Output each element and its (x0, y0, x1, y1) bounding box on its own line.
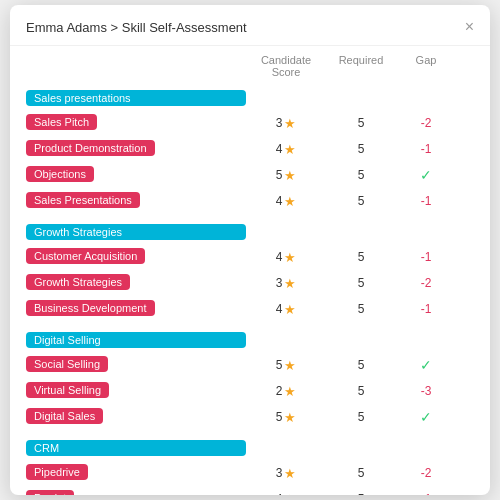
section-crm: CRMPipedrive3★5-2Pardot4★5-1Hubspot CRM5… (26, 432, 474, 495)
skill-row: Social Selling5★5✓ (26, 352, 474, 378)
star-icon: ★ (284, 168, 296, 183)
skill-tag: Objections (26, 166, 94, 182)
section-label-crm: CRM (26, 440, 246, 456)
required-value: 5 (326, 168, 396, 182)
skill-row: Growth Strategies3★5-2 (26, 270, 474, 296)
skill-row: Business Development4★5-1 (26, 296, 474, 322)
candidate-score: 4★ (246, 142, 326, 157)
required-value: 5 (326, 142, 396, 156)
gap-value: -1 (396, 302, 456, 316)
column-headers: Candidate Score Required Gap (26, 46, 474, 82)
required-value: 5 (326, 358, 396, 372)
section-label-row-digital-selling: Digital Selling (26, 324, 474, 352)
skill-tag: Sales Pitch (26, 114, 97, 130)
required-value: 5 (326, 194, 396, 208)
gap-value: ✓ (396, 357, 456, 373)
section-digital-selling: Digital SellingSocial Selling5★5✓Virtual… (26, 324, 474, 430)
required-value: 5 (326, 116, 396, 130)
skill-row: Sales Pitch3★5-2 (26, 110, 474, 136)
sections-container: Sales presentationsSales Pitch3★5-2Produ… (26, 82, 474, 495)
star-icon: ★ (284, 410, 296, 425)
check-icon: ✓ (420, 167, 432, 183)
section-label-row-growth-strategies: Growth Strategies (26, 216, 474, 244)
modal-header: Emma Adams > Skill Self-Assessment × (10, 5, 490, 46)
candidate-score: 3★ (246, 116, 326, 131)
skill-tag: Pardot (26, 490, 74, 496)
skill-tag: Customer Acquisition (26, 248, 145, 264)
required-value: 5 (326, 492, 396, 495)
candidate-score: 3★ (246, 276, 326, 291)
modal: Emma Adams > Skill Self-Assessment × Can… (10, 5, 490, 495)
check-icon: ✓ (420, 357, 432, 373)
close-button[interactable]: × (465, 19, 474, 35)
candidate-score: 4★ (246, 194, 326, 209)
skill-tag: Product Demonstration (26, 140, 155, 156)
section-label-sales-presentations: Sales presentations (26, 90, 246, 106)
gap-value: -2 (396, 116, 456, 130)
star-icon: ★ (284, 142, 296, 157)
modal-body: Candidate Score Required Gap Sales prese… (10, 46, 490, 495)
gap-value: -1 (396, 142, 456, 156)
col-gap: Gap (396, 54, 456, 78)
candidate-score: 5★ (246, 358, 326, 373)
gap-value: -2 (396, 276, 456, 290)
required-value: 5 (326, 276, 396, 290)
star-icon: ★ (284, 276, 296, 291)
candidate-score: 4★ (246, 250, 326, 265)
candidate-score: 5★ (246, 168, 326, 183)
gap-value: ✓ (396, 167, 456, 183)
star-icon: ★ (284, 384, 296, 399)
skill-tag: Social Selling (26, 356, 108, 372)
skill-row: Sales Presentations4★5-1 (26, 188, 474, 214)
skill-row: Virtual Selling2★5-3 (26, 378, 474, 404)
candidate-score: 4★ (246, 492, 326, 496)
candidate-score: 5★ (246, 410, 326, 425)
star-icon: ★ (284, 116, 296, 131)
required-value: 5 (326, 250, 396, 264)
gap-value: ✓ (396, 409, 456, 425)
skill-row: Pipedrive3★5-2 (26, 460, 474, 486)
skill-tag: Sales Presentations (26, 192, 140, 208)
col-skill (26, 54, 246, 78)
skill-tag: Pipedrive (26, 464, 88, 480)
section-label-row-sales-presentations: Sales presentations (26, 82, 474, 110)
required-value: 5 (326, 466, 396, 480)
star-icon: ★ (284, 194, 296, 209)
section-growth-strategies: Growth StrategiesCustomer Acquisition4★5… (26, 216, 474, 322)
gap-value: -1 (396, 194, 456, 208)
section-label-row-crm: CRM (26, 432, 474, 460)
skill-tag: Digital Sales (26, 408, 103, 424)
skill-tag: Growth Strategies (26, 274, 130, 290)
gap-value: -1 (396, 492, 456, 495)
skill-row: Product Demonstration4★5-1 (26, 136, 474, 162)
star-icon: ★ (284, 492, 296, 496)
skill-row: Objections5★5✓ (26, 162, 474, 188)
skill-tag: Business Development (26, 300, 155, 316)
skill-row: Customer Acquisition4★5-1 (26, 244, 474, 270)
skill-row: Digital Sales5★5✓ (26, 404, 474, 430)
candidate-score: 4★ (246, 302, 326, 317)
skill-row: Pardot4★5-1 (26, 486, 474, 495)
section-label-growth-strategies: Growth Strategies (26, 224, 246, 240)
col-required: Required (326, 54, 396, 78)
gap-value: -3 (396, 384, 456, 398)
candidate-score: 2★ (246, 384, 326, 399)
required-value: 5 (326, 384, 396, 398)
gap-value: -1 (396, 250, 456, 264)
star-icon: ★ (284, 302, 296, 317)
required-value: 5 (326, 410, 396, 424)
col-candidate-score: Candidate Score (246, 54, 326, 78)
check-icon: ✓ (420, 409, 432, 425)
section-label-digital-selling: Digital Selling (26, 332, 246, 348)
skill-tag: Virtual Selling (26, 382, 109, 398)
candidate-score: 3★ (246, 466, 326, 481)
gap-value: -2 (396, 466, 456, 480)
star-icon: ★ (284, 358, 296, 373)
star-icon: ★ (284, 466, 296, 481)
section-sales-presentations: Sales presentationsSales Pitch3★5-2Produ… (26, 82, 474, 214)
required-value: 5 (326, 302, 396, 316)
star-icon: ★ (284, 250, 296, 265)
modal-title: Emma Adams > Skill Self-Assessment (26, 20, 247, 35)
